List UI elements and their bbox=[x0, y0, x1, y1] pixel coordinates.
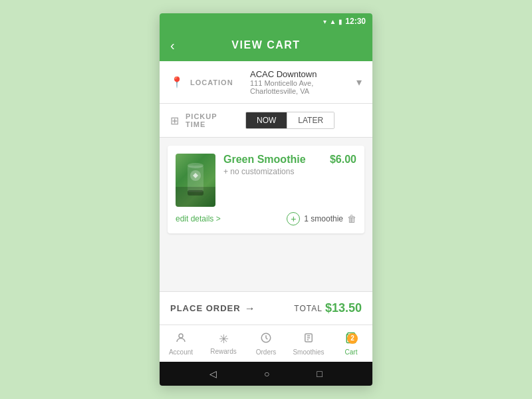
signal-icon: ▲ bbox=[329, 18, 336, 25]
android-nav-bar: ◁ ○ □ bbox=[160, 362, 372, 386]
location-address: 111 Monticello Ave, Charlottesville, VA bbox=[250, 79, 350, 95]
smoothie-image bbox=[176, 154, 215, 207]
location-pin-icon: 📍 bbox=[170, 76, 184, 88]
item-name: Green Smoothie bbox=[223, 154, 306, 166]
nav-item-rewards[interactable]: ✳ Rewards bbox=[202, 332, 245, 355]
edit-details-link[interactable]: edit details > bbox=[176, 214, 221, 223]
nav-label-cart: Cart bbox=[345, 348, 358, 356]
rewards-icon: ✳ bbox=[219, 332, 229, 346]
location-label: LOCATION bbox=[190, 78, 243, 86]
svg-point-1 bbox=[188, 163, 203, 168]
cart-item-info: Green Smoothie $6.00 + no customizations bbox=[223, 154, 356, 176]
wifi-icon: ▾ bbox=[323, 18, 327, 25]
nav-label-account: Account bbox=[169, 348, 193, 356]
pickup-row: ⊞ PICKUP TIME NOW LATER bbox=[160, 104, 372, 138]
account-icon bbox=[175, 332, 187, 347]
chevron-down-icon: ▾ bbox=[356, 76, 362, 88]
arrow-icon: → bbox=[245, 303, 256, 315]
smoothies-icon bbox=[303, 332, 315, 347]
cart-item-top: Green Smoothie $6.00 + no customizations bbox=[176, 154, 356, 207]
back-button[interactable]: ‹ bbox=[170, 38, 175, 53]
delete-button[interactable]: 🗑 bbox=[347, 213, 356, 224]
nav-item-smoothies[interactable]: Smoothies bbox=[287, 332, 330, 356]
nav-label-smoothies: Smoothies bbox=[293, 348, 324, 356]
nav-item-orders[interactable]: Orders bbox=[245, 332, 287, 356]
total-amount: $13.50 bbox=[325, 301, 362, 315]
page-title: VIEW CART bbox=[231, 39, 300, 51]
nav-item-cart[interactable]: 2 Cart bbox=[330, 332, 372, 356]
quantity-value: 1 smoothie bbox=[304, 214, 343, 223]
pickup-toggle: NOW LATER bbox=[245, 112, 334, 129]
place-order-bar[interactable]: PLACE ORDER → TOTAL $13.50 bbox=[160, 291, 372, 325]
battery-icon: ▮ bbox=[338, 18, 342, 25]
status-time: 12:30 bbox=[345, 17, 366, 26]
now-button[interactable]: NOW bbox=[246, 112, 287, 128]
nav-label-rewards: Rewards bbox=[210, 348, 236, 355]
place-order-text: PLACE ORDER → bbox=[170, 303, 256, 315]
item-price: $6.00 bbox=[330, 154, 356, 166]
svg-rect-2 bbox=[188, 190, 203, 196]
android-recent-button[interactable]: □ bbox=[317, 368, 322, 379]
item-customization: + no customizations bbox=[223, 167, 356, 176]
calendar-icon: ⊞ bbox=[170, 114, 179, 127]
item-bottom: edit details > + 1 smoothie 🗑 bbox=[176, 212, 356, 225]
status-bar: ▾ ▲ ▮ 12:30 bbox=[160, 13, 372, 29]
total-label: TOTAL bbox=[294, 304, 323, 313]
location-info: ACAC Downtown 111 Monticello Ave, Charlo… bbox=[250, 69, 350, 95]
orders-icon bbox=[260, 332, 272, 347]
nav-item-account[interactable]: Account bbox=[160, 332, 202, 356]
status-icons: ▾ ▲ ▮ 12:30 bbox=[323, 17, 366, 26]
location-name: ACAC Downtown bbox=[250, 69, 350, 79]
quantity-control: + 1 smoothie 🗑 bbox=[287, 212, 356, 225]
spacer bbox=[160, 241, 372, 291]
svg-point-4 bbox=[179, 334, 183, 338]
location-row[interactable]: 📍 LOCATION ACAC Downtown 111 Monticello … bbox=[160, 61, 372, 104]
cart-badge: 2 bbox=[347, 333, 358, 344]
android-back-button[interactable]: ◁ bbox=[209, 368, 217, 379]
header: ‹ VIEW CART bbox=[160, 29, 372, 61]
phone-frame: ▾ ▲ ▮ 12:30 ‹ VIEW CART 📍 LOCATION ACAC … bbox=[160, 13, 372, 386]
content-area: 📍 LOCATION ACAC Downtown 111 Monticello … bbox=[160, 61, 372, 362]
later-button[interactable]: LATER bbox=[287, 112, 334, 128]
nav-label-orders: Orders bbox=[256, 348, 277, 356]
bottom-nav: Account ✳ Rewards Orders Smoothies 2 bbox=[160, 325, 372, 362]
android-home-button[interactable]: ○ bbox=[264, 368, 269, 379]
cart-item-card: Green Smoothie $6.00 + no customizations… bbox=[168, 146, 364, 233]
quantity-add-button[interactable]: + bbox=[287, 212, 300, 225]
pickup-label: PICKUP TIME bbox=[186, 112, 239, 128]
